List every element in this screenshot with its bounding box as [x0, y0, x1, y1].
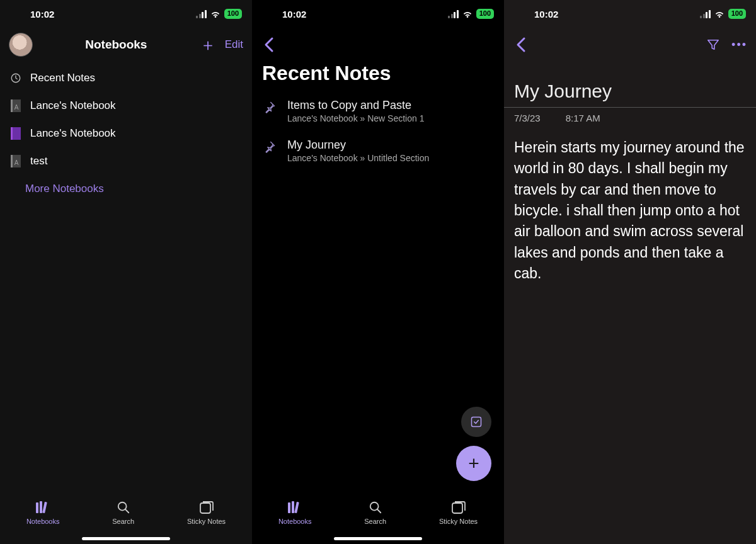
svg-rect-9: [36, 502, 38, 513]
notebooks-screen: 10:02 100 Notebooks ＋ Edit Recent Notes …: [0, 0, 252, 544]
books-icon: [287, 500, 303, 515]
notebook-list: Recent Notes A Lance's Notebook Lance's …: [0, 62, 252, 205]
note-view-screen: 10:02 100 ••• My Journey 7/3/23 8:17 AM …: [504, 0, 756, 544]
svg-text:A: A: [14, 159, 19, 166]
status-bar: 10:02 100: [0, 0, 252, 28]
svg-rect-18: [294, 502, 299, 513]
svg-rect-1: [11, 99, 13, 112]
list-item-notebook[interactable]: Lance's Notebook: [0, 120, 252, 147]
status-time: 10:02: [282, 9, 306, 20]
cellular-signal-icon: [448, 10, 459, 18]
status-right: 100: [700, 9, 746, 18]
more-options-icon[interactable]: •••: [731, 38, 747, 52]
svg-rect-14: [200, 503, 210, 513]
tab-label: Sticky Notes: [187, 518, 226, 525]
filter-icon[interactable]: [706, 38, 720, 51]
svg-rect-4: [11, 127, 13, 140]
pin-icon: [263, 140, 276, 153]
list-item-notebook[interactable]: A test: [0, 147, 252, 175]
home-indicator[interactable]: [82, 537, 170, 540]
svg-rect-11: [42, 502, 47, 513]
checklist-fab[interactable]: [461, 407, 491, 437]
sticky-note-icon: [450, 500, 467, 515]
list-item-label: test: [30, 155, 47, 167]
wifi-icon: [210, 10, 220, 18]
svg-rect-5: [13, 127, 21, 140]
list-item-label: Lance's Notebook: [30, 127, 116, 140]
page-title: Recent Notes: [252, 62, 504, 91]
clock-icon: [10, 72, 21, 84]
note-meta: 7/3/23 8:17 AM: [504, 108, 756, 128]
note-row[interactable]: Items to Copy and Paste Lance's Notebook…: [252, 91, 504, 131]
svg-rect-10: [40, 501, 42, 513]
svg-rect-16: [288, 502, 290, 513]
status-right: 100: [196, 9, 242, 18]
notebook-icon: A: [10, 99, 21, 112]
notebook-icon: [10, 127, 21, 140]
nav-bar: •••: [504, 28, 756, 62]
note-time: 8:17 AM: [566, 113, 600, 123]
tab-label: Notebooks: [278, 518, 312, 525]
tab-sticky-notes[interactable]: Sticky Notes: [439, 500, 478, 525]
nav-bar: [252, 28, 504, 62]
list-item-label: Lance's Notebook: [30, 99, 116, 112]
back-button[interactable]: [513, 37, 527, 53]
cellular-signal-icon: [196, 10, 207, 18]
books-icon: [35, 500, 51, 515]
recent-notes-screen: 10:02 100 Recent Notes Items to Copy and…: [252, 0, 504, 544]
tab-label: Search: [112, 518, 134, 525]
notes-list: Items to Copy and Paste Lance's Notebook…: [252, 91, 504, 171]
svg-line-20: [377, 509, 381, 513]
tab-search[interactable]: Search: [112, 500, 134, 525]
note-body[interactable]: Herein starts my journey around the worl…: [504, 128, 756, 293]
tab-label: Search: [364, 518, 386, 525]
note-row[interactable]: My Journey Lance's Notebook » Untitled S…: [252, 131, 504, 171]
battery-indicator: 100: [728, 9, 746, 18]
status-bar: 10:02 100: [252, 0, 504, 28]
tab-search[interactable]: Search: [364, 500, 386, 525]
status-right: 100: [448, 9, 494, 18]
back-button[interactable]: [261, 37, 275, 53]
tab-notebooks[interactable]: Notebooks: [278, 500, 312, 525]
list-item-recent-notes[interactable]: Recent Notes: [0, 64, 252, 92]
list-item-label: Recent Notes: [30, 72, 95, 84]
page-title: Notebooks: [33, 38, 200, 52]
pin-icon: [263, 101, 276, 113]
plus-icon: +: [468, 453, 479, 474]
svg-text:A: A: [14, 104, 19, 111]
tab-label: Notebooks: [26, 518, 60, 525]
search-icon: [115, 500, 132, 515]
note-subtitle: Lance's Notebook » Untitled Section: [287, 153, 429, 163]
battery-indicator: 100: [224, 9, 242, 18]
search-icon: [367, 500, 384, 515]
svg-line-13: [125, 509, 129, 513]
wifi-icon: [714, 10, 724, 18]
new-note-fab[interactable]: +: [456, 446, 491, 481]
svg-rect-21: [452, 503, 462, 513]
tab-notebooks[interactable]: Notebooks: [26, 500, 60, 525]
status-bar: 10:02 100: [504, 0, 756, 28]
edit-button[interactable]: Edit: [225, 38, 243, 51]
note-title: My Journey: [514, 81, 746, 102]
note-title: Items to Copy and Paste: [287, 99, 424, 112]
svg-rect-15: [472, 417, 481, 427]
status-time: 10:02: [30, 9, 54, 20]
note-date: 7/3/23: [514, 113, 541, 123]
add-icon[interactable]: ＋: [200, 37, 216, 53]
status-time: 10:02: [534, 9, 558, 20]
battery-indicator: 100: [476, 9, 494, 18]
tab-label: Sticky Notes: [439, 518, 478, 525]
svg-rect-6: [11, 155, 13, 167]
notebook-icon: A: [10, 155, 21, 167]
avatar[interactable]: [9, 33, 33, 57]
sticky-note-icon: [198, 500, 215, 515]
note-header: My Journey: [504, 62, 756, 108]
note-subtitle: Lance's Notebook » New Section 1: [287, 113, 424, 123]
cellular-signal-icon: [700, 10, 711, 18]
home-indicator[interactable]: [334, 537, 422, 540]
note-title: My Journey: [287, 139, 429, 152]
tab-sticky-notes[interactable]: Sticky Notes: [187, 500, 226, 525]
list-item-notebook[interactable]: A Lance's Notebook: [0, 92, 252, 120]
more-notebooks-link[interactable]: More Notebooks: [0, 175, 252, 203]
wifi-icon: [462, 10, 472, 18]
